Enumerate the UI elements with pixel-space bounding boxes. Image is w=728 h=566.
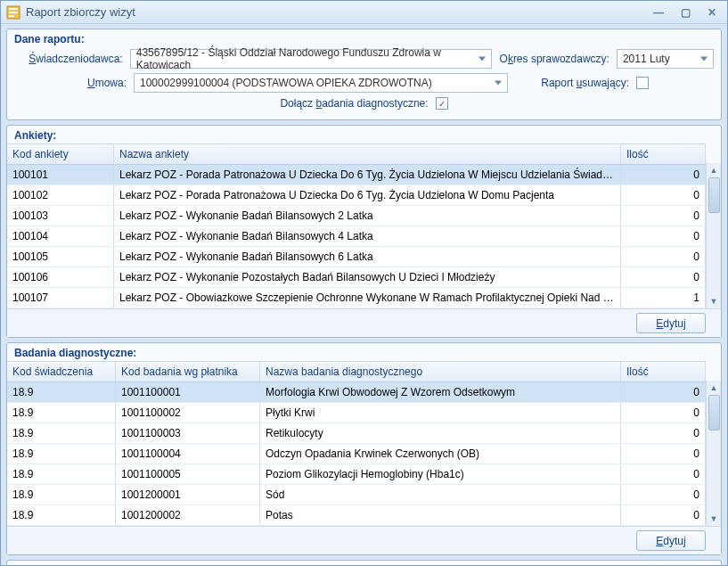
th-ilosc-ankiety[interactable]: Ilość (621, 144, 706, 164)
panel-ankiety: Ankiety: Kod ankiety Nazwa ankiety Ilość… (6, 125, 722, 338)
cell-nazwa-bad: Morfologia Krwi Obwodowej Z Wzorem Odset… (260, 382, 621, 402)
cell-nazwa: Lekarz POZ - Porada Patronażowa U Dzieck… (114, 165, 621, 185)
th-nazwa-ankiety[interactable]: Nazwa ankiety (114, 144, 621, 164)
cell-kod: 100106 (7, 267, 114, 287)
window-title: Raport zbiorczy wizyt (26, 5, 649, 19)
cell-kod: 100101 (7, 165, 114, 185)
th-kod-swiadczenia[interactable]: Kod świadczenia (7, 362, 116, 381)
panel-footer: Zapisz Anuluj (6, 560, 722, 565)
cell-kod-sw: 18.9 (7, 423, 116, 443)
select-swiadczeniodawca[interactable]: 43567895/12 - Śląski Oddział Narodowego … (130, 49, 493, 69)
table-row[interactable]: 100105Lekarz POZ - Wykonanie Badań Bilan… (7, 247, 706, 267)
checkbox-dolacz-badania[interactable]: ✓ (436, 97, 448, 110)
close-button[interactable]: ✕ (702, 6, 722, 19)
cell-kod-sw: 18.9 (7, 403, 116, 422)
cell-ilosc-bad: 0 (621, 382, 706, 402)
table-row[interactable]: 18.91001100005Poziom Glikozylacji Hemogl… (7, 464, 706, 485)
table-row[interactable]: 100104Lekarz POZ - Wykonanie Badań Bilan… (7, 226, 706, 247)
cell-ilosc-bad: 0 (621, 444, 706, 463)
edit-ankiety-button[interactable]: Edytuj (636, 313, 706, 333)
cell-nazwa: Lekarz POZ - Wykonanie Badań Bilansowych… (114, 247, 621, 267)
table-row[interactable]: 100101Lekarz POZ - Porada Patronażowa U … (7, 165, 706, 185)
checkbox-raport-usuwajacy[interactable] (636, 77, 649, 89)
cell-kod-sw: 18.9 (7, 382, 116, 402)
cell-kod: 100105 (7, 247, 114, 267)
th-ilosc-badania[interactable]: Ilość (621, 362, 706, 381)
cell-kod: 100107 (7, 288, 114, 308)
label-dolacz-badania: Dołącz badania diagnostyczne: (280, 97, 428, 110)
th-nazwa-badania[interactable]: Nazwa badania diagnostycznego (260, 362, 621, 381)
panel-badania: Badania diagnostyczne: Kod świadczenia K… (6, 342, 722, 555)
cell-nazwa-bad: Sód (260, 485, 621, 504)
svg-rect-2 (9, 12, 18, 13)
cell-nazwa: Lekarz POZ - Wykonanie Pozostałych Badań… (114, 267, 621, 287)
minimize-button[interactable]: — (649, 6, 668, 19)
scroll-up-icon[interactable]: ▲ (707, 381, 721, 395)
cell-kod-bad: 1001200002 (116, 505, 260, 525)
app-icon (6, 5, 20, 20)
cell-kod-bad: 1001200001 (116, 485, 260, 504)
cell-nazwa-bad: Retikulocyty (260, 423, 621, 443)
table-row[interactable]: 100102Lekarz POZ - Porada Patronażowa U … (7, 185, 706, 206)
table-row[interactable]: 100107Lekarz POZ - Obowiazkowe Szczepien… (7, 288, 706, 308)
cell-nazwa-bad: Płytki Krwi (260, 403, 621, 422)
panel-dane-raportu: Dane raportu: Świadczeniodawca: 43567895… (6, 29, 722, 120)
scroll-thumb[interactable] (708, 177, 720, 213)
cell-nazwa: Lekarz POZ - Wykonanie Badań Bilansowych… (114, 206, 621, 226)
cell-ilosc-bad: 0 (621, 505, 706, 525)
cell-ilosc-bad: 0 (621, 423, 706, 443)
scroll-up-icon[interactable]: ▲ (707, 163, 721, 177)
th-kod-ankiety[interactable]: Kod ankiety (7, 144, 114, 164)
cell-nazwa: Lekarz POZ - Wykonanie Badań Bilansowych… (114, 226, 621, 246)
cell-kod-bad: 1001100002 (116, 403, 260, 422)
table-row[interactable]: 100103Lekarz POZ - Wykonanie Badań Bilan… (7, 206, 706, 226)
label-swiadczeniodawca: Świadczeniodawca: (14, 53, 123, 65)
cell-ilosc-bad: 0 (621, 485, 706, 504)
table-row[interactable]: 100106Lekarz POZ - Wykonanie Pozostałych… (7, 267, 706, 288)
cell-ilosc: 0 (621, 185, 706, 205)
cell-kod: 100102 (7, 185, 114, 205)
scroll-down-icon[interactable]: ▼ (707, 294, 721, 308)
scroll-thumb[interactable] (708, 395, 720, 431)
table-row[interactable]: 18.91001100003Retikulocyty0 (7, 423, 706, 444)
table-row[interactable]: 18.91001200001Sód0 (7, 485, 706, 505)
maximize-button[interactable]: ▢ (675, 6, 695, 19)
table-row[interactable]: 18.91001200002Potas0 (7, 505, 706, 526)
label-okres: Okres sprawozdawczy: (499, 53, 609, 65)
window: Raport zbiorczy wizyt — ▢ ✕ Dane raportu… (0, 0, 728, 566)
titlebar: Raport zbiorczy wizyt — ▢ ✕ (1, 1, 727, 24)
cell-kod: 100103 (7, 206, 114, 226)
cell-nazwa-bad: Poziom Glikozylacji Hemoglobiny (Hba1c) (260, 464, 621, 484)
cell-ilosc: 0 (621, 226, 706, 246)
cell-kod-sw: 18.9 (7, 444, 116, 463)
cell-nazwa-bad: Odczyn Opadania Krwinek Czerwonych (OB) (260, 444, 621, 463)
th-kod-badania[interactable]: Kod badania wg płatnika (116, 362, 260, 381)
cell-nazwa: Lekarz POZ - Porada Patronażowa U Dzieck… (114, 185, 621, 205)
cell-ilosc-bad: 0 (621, 403, 706, 422)
scrollbar-badania[interactable]: ▲ ▼ (706, 381, 721, 526)
select-okres[interactable]: 2011 Luty (617, 49, 714, 69)
cell-kod-bad: 1001100001 (116, 382, 260, 402)
cell-nazwa: Lekarz POZ - Obowiazkowe Szczepienie Och… (114, 288, 621, 308)
table-row[interactable]: 18.91001100001Morfologia Krwi Obwodowej … (7, 382, 706, 403)
cell-ilosc-bad: 0 (621, 464, 706, 484)
cell-ilosc: 0 (621, 267, 706, 287)
cell-kod-bad: 1001100004 (116, 444, 260, 463)
cell-kod: 100104 (7, 226, 114, 246)
cell-nazwa-bad: Potas (260, 505, 621, 525)
table-badania: Kod świadczenia Kod badania wg płatnika … (7, 361, 721, 526)
cell-kod-bad: 1001100003 (116, 423, 260, 443)
scrollbar-ankiety[interactable]: ▲ ▼ (706, 163, 721, 308)
table-row[interactable]: 18.91001100004Odczyn Opadania Krwinek Cz… (7, 444, 706, 464)
cell-ilosc: 1 (621, 288, 706, 308)
edit-badania-button[interactable]: Edytuj (636, 530, 706, 551)
table-row[interactable]: 18.91001100002Płytki Krwi0 (7, 403, 706, 423)
scroll-down-icon[interactable]: ▼ (707, 512, 721, 526)
svg-rect-3 (9, 15, 14, 17)
cell-kod-sw: 18.9 (7, 505, 116, 525)
select-umowa[interactable]: 100002999100004 (PODSTAWOWA OPIEKA ZDROW… (134, 73, 508, 93)
cell-ilosc: 0 (621, 247, 706, 267)
cell-ilosc: 0 (621, 206, 706, 226)
cell-kod-sw: 18.9 (7, 464, 116, 484)
cell-ilosc: 0 (621, 165, 706, 185)
